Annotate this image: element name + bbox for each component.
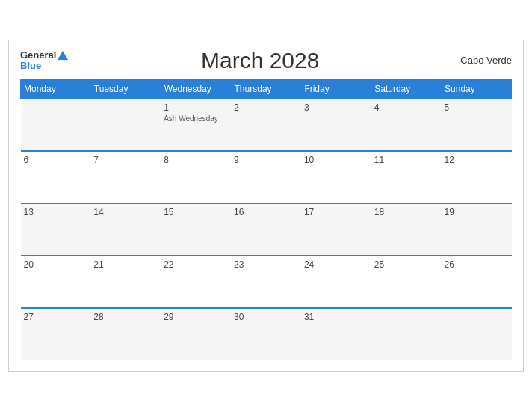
calendar-cell: 4 <box>371 99 442 151</box>
day-number: 16 <box>234 207 298 217</box>
calendar-week-5: 2728293031 <box>21 308 512 360</box>
col-saturday: Saturday <box>371 79 442 99</box>
calendar-cell: 9 <box>231 151 301 203</box>
day-number: 31 <box>304 312 368 322</box>
calendar-cell: 29 <box>161 308 231 360</box>
col-wednesday: Wednesday <box>161 79 231 99</box>
calendar-body: 1Ash Wednesday23456789101112131415161718… <box>21 99 512 360</box>
calendar-cell <box>90 99 161 151</box>
calendar-cell: 26 <box>442 256 512 308</box>
day-number: 7 <box>93 155 158 165</box>
calendar-cell: 1Ash Wednesday <box>161 99 231 151</box>
day-number: 23 <box>234 259 298 270</box>
day-number: 27 <box>24 312 88 322</box>
day-number: 6 <box>24 155 88 165</box>
calendar-cell <box>442 308 512 360</box>
calendar-cell: 24 <box>301 256 371 308</box>
calendar-header-row: Monday Tuesday Wednesday Thursday Friday… <box>21 79 512 99</box>
calendar-cell: 23 <box>231 256 301 308</box>
day-event: Ash Wednesday <box>164 114 228 123</box>
day-number: 13 <box>24 207 88 217</box>
calendar-cell: 19 <box>442 203 512 256</box>
calendar-cell: 15 <box>161 203 231 256</box>
day-number: 30 <box>234 312 298 322</box>
calendar-cell: 18 <box>371 203 442 256</box>
col-thursday: Thursday <box>231 79 301 99</box>
calendar-week-4: 20212223242526 <box>21 256 512 308</box>
calendar-week-1: 1Ash Wednesday2345 <box>21 99 512 151</box>
day-number: 4 <box>374 102 439 113</box>
day-number: 24 <box>304 259 368 270</box>
calendar-cell: 25 <box>371 256 442 308</box>
calendar-week-3: 13141516171819 <box>21 203 512 256</box>
day-number: 28 <box>93 312 158 322</box>
calendar-cell: 22 <box>161 256 231 308</box>
calendar-cell: 6 <box>21 151 91 203</box>
calendar-cell: 10 <box>301 151 371 203</box>
calendar-cell: 16 <box>231 203 301 256</box>
calendar-header: General Blue March 2028 Cabo Verde <box>20 48 512 73</box>
day-number: 19 <box>445 207 509 217</box>
calendar-title: March 2028 <box>68 48 452 73</box>
day-number: 1 <box>164 102 228 113</box>
day-number: 15 <box>164 207 228 217</box>
logo: General Blue <box>20 50 68 70</box>
day-number: 2 <box>234 102 298 113</box>
day-number: 29 <box>164 312 228 322</box>
day-number: 26 <box>445 259 509 270</box>
col-monday: Monday <box>21 79 91 99</box>
calendar-cell: 11 <box>371 151 442 203</box>
calendar-cell: 30 <box>231 308 301 360</box>
calendar-cell: 13 <box>21 203 91 256</box>
day-number: 25 <box>374 259 439 270</box>
day-number: 3 <box>304 102 368 113</box>
col-sunday: Sunday <box>442 79 512 99</box>
day-headers: Monday Tuesday Wednesday Thursday Friday… <box>21 79 512 99</box>
calendar-cell: 3 <box>301 99 371 151</box>
day-number: 22 <box>164 259 228 270</box>
calendar-cell: 12 <box>442 151 512 203</box>
col-tuesday: Tuesday <box>90 79 161 99</box>
day-number: 5 <box>445 102 509 113</box>
day-number: 20 <box>24 259 88 270</box>
day-number: 21 <box>93 259 158 270</box>
calendar-cell: 27 <box>21 308 91 360</box>
calendar-cell: 5 <box>442 99 512 151</box>
day-number: 14 <box>93 207 158 217</box>
calendar-cell <box>21 99 91 151</box>
calendar-cell: 28 <box>90 308 161 360</box>
day-number: 11 <box>374 155 439 165</box>
calendar-cell: 2 <box>231 99 301 151</box>
calendar-week-2: 6789101112 <box>21 151 512 203</box>
calendar-cell: 20 <box>21 256 91 308</box>
day-number: 12 <box>445 155 509 165</box>
calendar-container: General Blue March 2028 Cabo Verde Monda… <box>8 40 524 372</box>
day-number: 10 <box>304 155 368 165</box>
calendar-cell: 14 <box>90 203 161 256</box>
calendar-table: Monday Tuesday Wednesday Thursday Friday… <box>20 79 512 360</box>
logo-blue-text: Blue <box>20 61 41 70</box>
calendar-cell: 21 <box>90 256 161 308</box>
day-number: 18 <box>374 207 439 217</box>
calendar-cell: 7 <box>90 151 161 203</box>
col-friday: Friday <box>301 79 371 99</box>
calendar-cell: 8 <box>161 151 231 203</box>
day-number: 8 <box>164 155 228 165</box>
logo-general-text: General <box>20 50 68 61</box>
country-label: Cabo Verde <box>452 55 512 66</box>
calendar-cell: 17 <box>301 203 371 256</box>
day-number: 9 <box>234 155 298 165</box>
day-number: 17 <box>304 207 368 217</box>
logo-triangle-icon <box>58 51 68 60</box>
calendar-cell: 31 <box>301 308 371 360</box>
calendar-cell <box>371 308 442 360</box>
